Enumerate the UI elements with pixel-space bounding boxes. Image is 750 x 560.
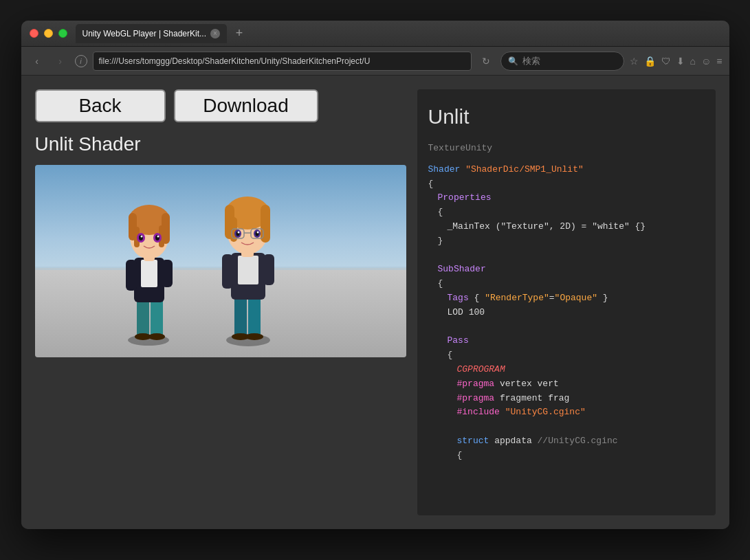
code-line: { xyxy=(428,277,705,291)
svg-rect-9 xyxy=(141,260,157,287)
menu-icon[interactable]: ≡ xyxy=(716,56,722,67)
code-line: SubShader xyxy=(428,262,705,277)
svg-rect-26 xyxy=(234,295,247,337)
toolbar-icons: ☆ 🔒 🛡 ⬇ ⌂ ☺ ≡ xyxy=(630,56,723,67)
code-line: { xyxy=(428,177,705,192)
code-line: } xyxy=(428,234,705,249)
svg-rect-31 xyxy=(238,256,258,284)
forward-arrow-icon: › xyxy=(58,56,62,67)
svg-point-24 xyxy=(157,236,159,238)
shader-label: Unlit Shader xyxy=(35,133,406,155)
tab-bar: Unity WebGL Player | ShaderKit... × + xyxy=(76,24,721,43)
tab-close-button[interactable]: × xyxy=(210,29,220,38)
svg-rect-11 xyxy=(162,260,173,287)
code-line xyxy=(428,320,705,335)
svg-rect-2 xyxy=(35,267,406,270)
home-icon[interactable]: ⌂ xyxy=(690,56,696,67)
code-line xyxy=(428,249,705,263)
svg-point-7 xyxy=(148,333,165,340)
code-line: _MainTex ("Texture", 2D) = "white" {} xyxy=(428,220,705,234)
new-tab-button[interactable]: + xyxy=(230,24,249,43)
code-line: Properties xyxy=(428,191,705,205)
forward-nav-button[interactable]: › xyxy=(52,52,69,70)
shield-icon[interactable]: 🛡 xyxy=(661,56,671,67)
code-line: CGPROGRAM xyxy=(428,363,705,377)
svg-rect-4 xyxy=(137,299,149,337)
svg-rect-38 xyxy=(261,205,270,243)
titlebar: Unity WebGL Player | ShaderKit... × + xyxy=(21,21,729,47)
minimize-button[interactable] xyxy=(44,29,53,38)
code-title: Unlit xyxy=(428,100,705,133)
urlbar: ‹ › i file:///Users/tomggg/Desktop/Shade… xyxy=(21,47,729,76)
svg-point-47 xyxy=(237,232,239,234)
scene-svg xyxy=(35,165,406,357)
bookmark-icon[interactable]: ☆ xyxy=(630,56,639,67)
code-line: { xyxy=(428,449,705,463)
code-block: Shader "ShaderDic/SMP1_Unlit" { Properti… xyxy=(428,163,705,463)
code-line: #include "UnityCG.cginc" xyxy=(428,405,705,420)
search-icon: 🔍 xyxy=(508,56,518,66)
code-line: LOD 100 xyxy=(428,306,705,320)
preview-image xyxy=(35,165,406,357)
search-field[interactable]: 🔍 検索 xyxy=(500,52,624,71)
browser-window: Unity WebGL Player | ShaderKit... × + ‹ … xyxy=(21,21,729,529)
tab-label: Unity WebGL Player | ShaderKit... xyxy=(82,29,207,38)
code-subtitle: TextureUnity xyxy=(428,142,705,156)
search-placeholder: 検索 xyxy=(522,55,540,67)
url-text: file:///Users/tomggg/Desktop/ShaderKitch… xyxy=(99,56,371,66)
active-tab[interactable]: Unity WebGL Player | ShaderKit... × xyxy=(76,24,228,43)
download-toolbar-icon[interactable]: ⬇ xyxy=(676,56,685,67)
right-panel: Unlit TextureUnity Shader "ShaderDic/SMP… xyxy=(417,89,716,515)
svg-rect-33 xyxy=(263,254,274,285)
back-button[interactable]: Back xyxy=(35,89,166,122)
code-line: Shader "ShaderDic/SMP1_Unlit" xyxy=(428,163,705,177)
reload-button[interactable]: ↻ xyxy=(477,52,495,70)
button-row: Back Download xyxy=(35,89,406,122)
svg-point-23 xyxy=(140,236,142,238)
svg-point-48 xyxy=(256,232,258,234)
left-panel: Back Download Unlit Shader xyxy=(35,89,406,515)
code-line: #pragma vertex vert xyxy=(428,377,705,392)
code-line: Tags { "RenderType"="Opaque" } xyxy=(428,291,705,306)
code-line: struct appdata //UnityCG.cginc xyxy=(428,434,705,449)
smiley-icon[interactable]: ☺ xyxy=(701,56,711,67)
code-line xyxy=(428,420,705,434)
back-arrow-icon: ‹ xyxy=(35,56,38,67)
maximize-button[interactable] xyxy=(58,29,67,38)
traffic-lights xyxy=(30,29,67,38)
code-line: { xyxy=(428,348,705,363)
url-field[interactable]: file:///Users/tomggg/Desktop/ShaderKitch… xyxy=(93,52,472,71)
code-line: { xyxy=(428,205,705,220)
svg-rect-10 xyxy=(126,260,137,291)
download-button[interactable]: Download xyxy=(174,89,318,122)
code-line: Pass xyxy=(428,334,705,348)
lock-icon[interactable]: 🔒 xyxy=(644,56,656,67)
info-icon[interactable]: i xyxy=(75,55,87,67)
web-content: Back Download Unlit Shader xyxy=(21,76,729,529)
svg-rect-1 xyxy=(35,268,406,357)
svg-point-29 xyxy=(245,333,263,340)
svg-rect-32 xyxy=(222,254,233,289)
back-nav-button[interactable]: ‹ xyxy=(28,52,46,70)
close-button[interactable] xyxy=(30,29,38,38)
reload-icon: ↻ xyxy=(482,56,490,67)
code-line: #pragma fragment frag xyxy=(428,392,705,406)
